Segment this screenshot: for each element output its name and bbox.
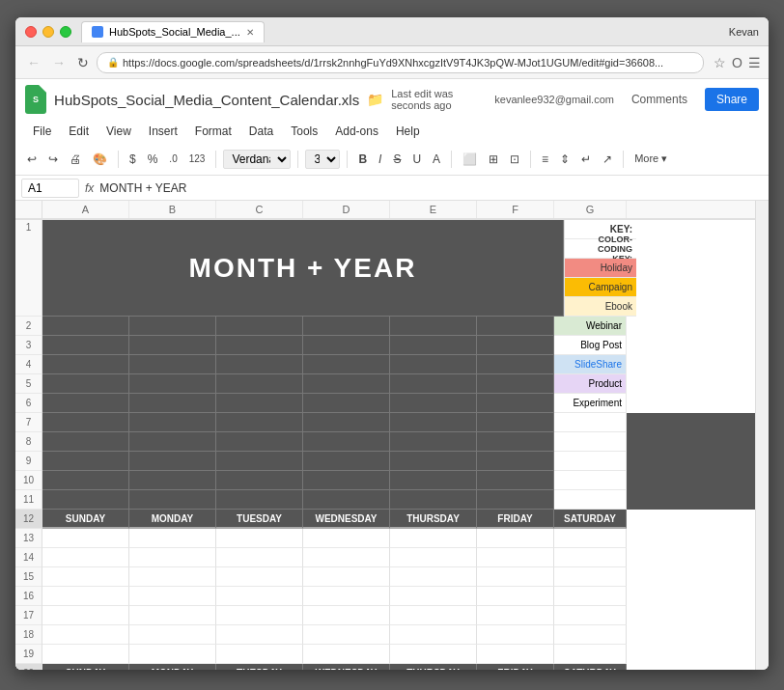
cell-19d[interactable]	[303, 645, 390, 664]
cell-3e[interactable]	[390, 336, 477, 355]
cell-5b[interactable]	[129, 374, 216, 394]
menu-icon[interactable]: ☰	[748, 55, 761, 70]
cell-6b[interactable]	[129, 394, 216, 413]
cell-2b[interactable]	[129, 317, 216, 336]
align-button[interactable]: ≡	[538, 151, 552, 168]
cell-6c[interactable]	[216, 394, 303, 413]
address-bar[interactable]: 🔒 https://docs.google.com/spreadsheets/d…	[97, 52, 704, 73]
cell-9d[interactable]	[303, 452, 390, 471]
cell-3d[interactable]	[303, 336, 390, 355]
cell-15b[interactable]	[129, 567, 216, 587]
more-formats-button[interactable]: 123	[185, 152, 210, 166]
menu-format[interactable]: Format	[187, 122, 239, 141]
cell-9f[interactable]	[477, 452, 554, 471]
menu-insert[interactable]: Insert	[141, 122, 185, 141]
cell-7b[interactable]	[129, 413, 216, 432]
cell-8f[interactable]	[477, 432, 554, 452]
cell-9a[interactable]	[42, 452, 129, 471]
cell-4c[interactable]	[216, 355, 303, 374]
cell-7f[interactable]	[477, 413, 554, 432]
cell-14d[interactable]	[303, 548, 390, 567]
undo-button[interactable]: ↩	[23, 151, 41, 168]
cell-18c[interactable]	[216, 625, 303, 645]
bold-button[interactable]: B	[354, 151, 371, 168]
strikethrough-button[interactable]: S	[389, 151, 405, 168]
cell-5a[interactable]	[42, 374, 129, 394]
cell-7d[interactable]	[303, 413, 390, 432]
cell-17c[interactable]	[216, 606, 303, 625]
cell-5c[interactable]	[216, 374, 303, 394]
menu-file[interactable]: File	[25, 122, 59, 141]
cell-3c[interactable]	[216, 336, 303, 355]
print-button[interactable]: 🖨	[66, 151, 85, 168]
cell-15a[interactable]	[42, 567, 129, 587]
menu-tools[interactable]: Tools	[283, 122, 325, 141]
cell-11d[interactable]	[303, 490, 390, 510]
cell-9b[interactable]	[129, 452, 216, 471]
cell-13c[interactable]	[216, 529, 303, 548]
cell-14b[interactable]	[129, 548, 216, 567]
browser-tab[interactable]: HubSpots_Social_Media_... ✕	[81, 21, 265, 42]
cell-17b[interactable]	[129, 606, 216, 625]
cell-10a[interactable]	[42, 471, 129, 490]
cell-13d[interactable]	[303, 529, 390, 548]
cell-17a[interactable]	[42, 606, 129, 625]
cell-13g[interactable]	[554, 529, 627, 548]
share-button[interactable]: Share	[705, 88, 759, 111]
redo-button[interactable]: ↪	[44, 151, 62, 168]
menu-view[interactable]: View	[98, 122, 139, 141]
menu-addons[interactable]: Add-ons	[327, 122, 386, 141]
cell-9c[interactable]	[216, 452, 303, 471]
cell-6e[interactable]	[390, 394, 477, 413]
cell-6f[interactable]	[477, 394, 554, 413]
format-paint-button[interactable]: 🎨	[89, 151, 111, 168]
cell-8b[interactable]	[129, 432, 216, 452]
cell-19c[interactable]	[216, 645, 303, 664]
cell-19g[interactable]	[554, 645, 627, 664]
cell-15f[interactable]	[477, 567, 554, 587]
cell-16c[interactable]	[216, 587, 303, 606]
cell-13a[interactable]	[42, 529, 129, 548]
cell-19a[interactable]	[42, 645, 129, 664]
cell-13e[interactable]	[390, 529, 477, 548]
cell-19f[interactable]	[477, 645, 554, 664]
forward-button[interactable]: →	[48, 53, 70, 72]
cell-11e[interactable]	[390, 490, 477, 510]
cell-3b[interactable]	[129, 336, 216, 355]
cell-15g[interactable]	[554, 567, 627, 587]
cell-14a[interactable]	[42, 548, 129, 567]
cell-10g[interactable]	[554, 471, 627, 490]
cell-11f[interactable]	[477, 490, 554, 510]
cell-2a[interactable]	[42, 317, 129, 336]
cell-8c[interactable]	[216, 432, 303, 452]
cell-16a[interactable]	[42, 587, 129, 606]
cell-16b[interactable]	[129, 587, 216, 606]
opera-icon[interactable]: O	[732, 55, 742, 70]
cell-11c[interactable]	[216, 490, 303, 510]
cell-17f[interactable]	[477, 606, 554, 625]
menu-data[interactable]: Data	[241, 122, 281, 141]
cell-2d[interactable]	[303, 317, 390, 336]
currency-button[interactable]: $	[126, 151, 140, 168]
cell-6d[interactable]	[303, 394, 390, 413]
font-family-select[interactable]: Verdana	[223, 150, 291, 169]
cell-18f[interactable]	[477, 625, 554, 645]
cell-16d[interactable]	[303, 587, 390, 606]
decimal-button[interactable]: .0	[165, 152, 181, 166]
cell-8d[interactable]	[303, 432, 390, 452]
cell-14g[interactable]	[554, 548, 627, 567]
cell-8g[interactable]	[554, 432, 627, 452]
comments-button[interactable]: Comments	[624, 89, 695, 110]
folder-icon[interactable]: 📁	[367, 92, 383, 107]
menu-edit[interactable]: Edit	[61, 122, 97, 141]
font-color-button[interactable]: A	[429, 151, 444, 168]
cell-14f[interactable]	[477, 548, 554, 567]
cell-13f[interactable]	[477, 529, 554, 548]
cell-11g[interactable]	[554, 490, 627, 510]
cell-13b[interactable]	[129, 529, 216, 548]
back-button[interactable]: ←	[23, 53, 44, 72]
cell-6a[interactable]	[42, 394, 129, 413]
fill-color-button[interactable]: ⬜	[459, 151, 481, 168]
cell-3f[interactable]	[477, 336, 554, 355]
cell-18b[interactable]	[129, 625, 216, 645]
